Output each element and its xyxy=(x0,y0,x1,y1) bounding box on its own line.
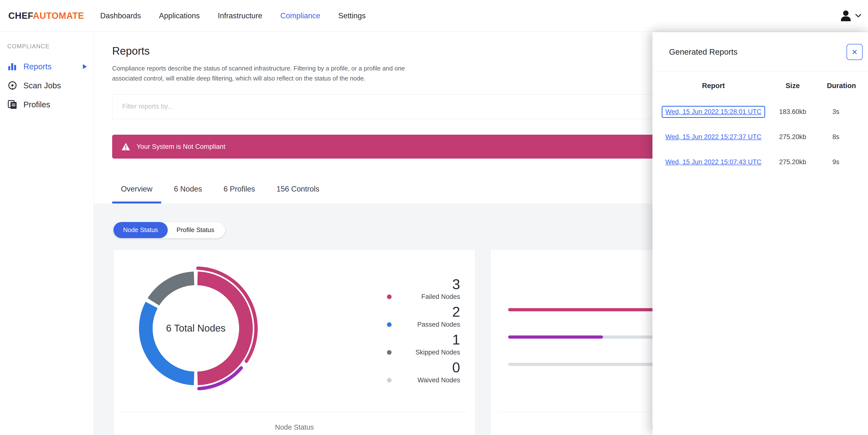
profiles-docs-icon xyxy=(7,100,18,110)
waived-count: 0 xyxy=(387,360,460,375)
report-size: 275.20kb xyxy=(767,133,818,141)
top-nav: CHEFAUTOMATE Dashboards Applications Inf… xyxy=(0,0,868,32)
legend-item-skipped: 1 Skipped Nodes xyxy=(387,332,460,356)
user-profile-icon xyxy=(840,10,851,22)
toggle-node-status[interactable]: Node Status xyxy=(113,222,168,238)
waived-dot-icon xyxy=(387,378,392,382)
submenu-arrow-icon xyxy=(83,64,87,69)
nav-applications[interactable]: Applications xyxy=(159,11,200,20)
report-link[interactable]: Wed, 15 Jun 2022 15:28:01 UTC xyxy=(665,108,762,115)
node-status-legend: 3 Failed Nodes 2 Passed Nodes xyxy=(387,277,460,384)
table-row: Wed, 15 Jun 2022 15:07:43 UTC 275.20kb 9… xyxy=(660,150,865,175)
severity-bar-major xyxy=(508,336,603,339)
scan-target-icon xyxy=(7,81,18,91)
nav-menu: Dashboards Applications Infrastructure C… xyxy=(100,11,366,20)
skipped-dot-icon xyxy=(387,350,392,355)
user-menu[interactable] xyxy=(840,0,861,32)
passed-count: 2 xyxy=(387,304,460,319)
table-header-row: Report Size Duration xyxy=(660,72,865,99)
report-size: 275.20kb xyxy=(767,158,818,166)
page-description: Compliance reports describe the status o… xyxy=(112,63,422,83)
card-divider xyxy=(121,412,468,412)
sidebar-item-label: Scan Jobs xyxy=(23,81,61,90)
generated-reports-panel: Generated Reports ✕ Report Size Duration… xyxy=(652,32,868,435)
legend-item-failed: 3 Failed Nodes xyxy=(387,277,460,301)
failed-count: 3 xyxy=(387,277,460,292)
nav-compliance[interactable]: Compliance xyxy=(280,11,320,20)
failed-dot-icon xyxy=(387,294,392,299)
table-row: Wed, 15 Jun 2022 15:27:37 UTC 275.20kb 8… xyxy=(660,124,865,150)
table-row: Wed, 15 Jun 2022 15:28:01 UTC 183.60kb 3… xyxy=(660,99,865,124)
status-toggle: Node Status Profile Status xyxy=(113,222,225,238)
sidebar-item-label: Profiles xyxy=(23,100,50,109)
legend-item-passed: 2 Passed Nodes xyxy=(387,304,460,328)
warning-triangle-icon xyxy=(121,143,130,150)
skipped-count: 1 xyxy=(387,332,460,347)
node-status-donut-chart: 6 Total Nodes xyxy=(131,264,260,393)
donut-center-label: 6 Total Nodes xyxy=(131,264,260,393)
report-size: 183.60kb xyxy=(767,108,818,116)
active-tab-underline xyxy=(112,202,161,203)
nav-dashboards[interactable]: Dashboards xyxy=(100,11,141,20)
panel-title: Generated Reports xyxy=(669,47,738,57)
chevron-down-icon xyxy=(855,14,861,18)
report-link[interactable]: Wed, 15 Jun 2022 15:07:43 UTC xyxy=(665,158,762,166)
generated-reports-table: Report Size Duration Wed, 15 Jun 2022 15… xyxy=(652,72,868,175)
toggle-profile-status[interactable]: Profile Status xyxy=(168,222,225,238)
sidebar-item-scan-jobs[interactable]: Scan Jobs xyxy=(0,76,94,95)
brand-automate: AUTOMATE xyxy=(33,11,84,21)
tab-nodes[interactable]: 6 Nodes xyxy=(165,175,211,203)
report-link[interactable]: Wed, 15 Jun 2022 15:27:37 UTC xyxy=(665,133,762,141)
nav-infrastructure[interactable]: Infrastructure xyxy=(218,11,262,20)
sidebar-section-label: COMPLIANCE xyxy=(7,43,94,50)
column-header-size: Size xyxy=(767,82,818,90)
sidebar-item-profiles[interactable]: Profiles xyxy=(0,95,94,114)
tab-controls[interactable]: 156 Controls xyxy=(268,175,328,203)
chef-automate-app: CHEFAUTOMATE Dashboards Applications Inf… xyxy=(0,0,868,435)
report-duration: 9s xyxy=(818,158,865,166)
report-duration: 3s xyxy=(818,108,865,116)
bar-chart-icon xyxy=(7,62,18,71)
sidebar: COMPLIANCE Reports xyxy=(0,32,94,435)
brand-chef: CHEF xyxy=(8,11,33,21)
report-duration: 8s xyxy=(818,133,865,141)
tab-profiles[interactable]: 6 Profiles xyxy=(215,175,264,203)
node-status-caption: Node Status xyxy=(114,423,475,431)
nav-settings[interactable]: Settings xyxy=(338,11,366,20)
banner-text: Your System is Not Compliant xyxy=(136,143,225,150)
close-panel-button[interactable]: ✕ xyxy=(846,44,863,60)
selected-report-focus-ring: Wed, 15 Jun 2022 15:28:01 UTC xyxy=(662,106,765,118)
column-header-duration: Duration xyxy=(818,82,865,90)
brand-logo[interactable]: CHEFAUTOMATE xyxy=(8,11,84,21)
passed-dot-icon xyxy=(387,322,392,327)
column-header-report: Report xyxy=(660,82,767,90)
sidebar-item-reports[interactable]: Reports xyxy=(0,57,94,76)
tab-overview[interactable]: Overview xyxy=(112,175,161,203)
legend-item-waived: 0 Waived Nodes xyxy=(387,360,460,384)
node-status-card: 6 Total Nodes 3 Failed Nodes 2 xyxy=(113,249,475,435)
sidebar-item-label: Reports xyxy=(23,62,52,71)
